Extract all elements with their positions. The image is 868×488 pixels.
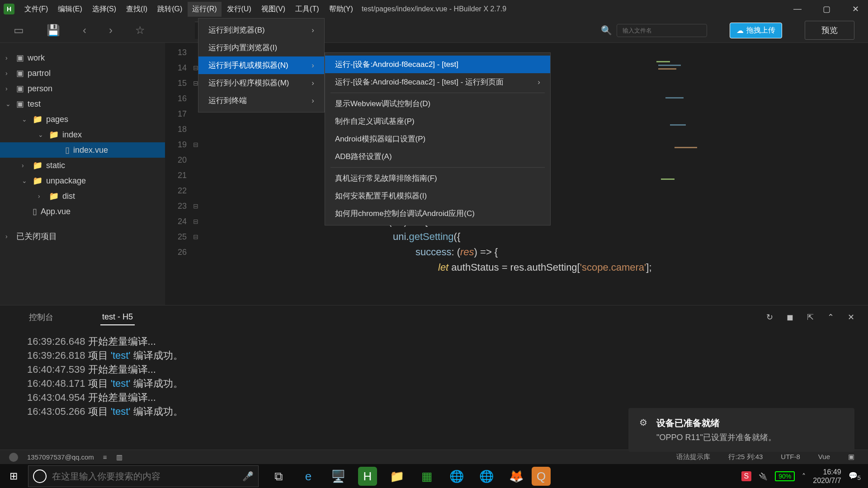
save-icon[interactable]: 💾 [47, 24, 60, 37]
folder-icon[interactable]: 📁 [382, 464, 411, 488]
run-device-submenu: 运行-[设备:Android-f8ecaac2] - [test]运行-[设备:… [325, 52, 551, 225]
minimap[interactable] [652, 43, 711, 305]
collapse-icon[interactable]: ⌃ [827, 312, 834, 322]
menu-7[interactable]: 视图(V) [257, 2, 290, 17]
user-email[interactable]: 1357097537@qq.com [27, 453, 94, 461]
firefox-icon[interactable]: 🦊 [502, 464, 531, 488]
app-icon-orange[interactable]: Q [532, 467, 551, 486]
date-text: 2020/7/7 [813, 476, 841, 485]
menu-2[interactable]: 选择(S) [88, 2, 121, 17]
edge-icon[interactable]: e [294, 464, 323, 488]
dd1-item[interactable]: 运行到内置浏览器(I) [198, 39, 324, 56]
tree-item-partrol[interactable]: ›▣partrol [0, 66, 165, 81]
restart-icon[interactable]: ↻ [766, 312, 773, 322]
windows-taskbar: ⊞ 🎤 ⧉ e 🖥️ H 📁 ▦ 🌐 🌐 🦊 Q S 🔌 90% ˄ 16:49… [0, 464, 868, 488]
new-file-icon[interactable]: ▭ [14, 24, 24, 37]
minimize-button[interactable]: — [788, 4, 807, 14]
device-ready-notification[interactable]: ⚙ 设备已准备就绪 "OPPO R11"已设置并准备就绪。 [628, 408, 854, 452]
dd2-item[interactable]: 运行-[设备:Android-f8ecaac2] - [test] - 运行到页… [325, 73, 550, 91]
tree-item-App.vue[interactable]: ▯App.vue [0, 204, 165, 219]
panel-icon[interactable]: ▥ [116, 453, 123, 461]
dd2-item[interactable]: 运行-[设备:Android-f8ecaac2] - [test] [325, 56, 550, 73]
file-search-input[interactable] [617, 24, 707, 37]
tree-item-pages[interactable]: ⌄📁pages [0, 112, 165, 127]
chrome-icon[interactable]: 🌐 [442, 464, 471, 488]
tree-item-person[interactable]: ›▣person [0, 81, 165, 96]
syntax-hint[interactable]: 语法提示库 [676, 453, 710, 461]
menu-4[interactable]: 跳转(G) [153, 2, 187, 17]
encoding[interactable]: UTF-8 [781, 453, 800, 461]
start-button[interactable]: ⊞ [0, 464, 27, 488]
notification-center-icon[interactable]: 💬5 [849, 471, 861, 481]
menu-9[interactable]: 帮助(Y) [325, 2, 358, 17]
cortana-icon [33, 469, 47, 483]
menu-5[interactable]: 运行(R) [188, 2, 221, 17]
star-icon[interactable]: ☆ [135, 24, 145, 37]
power-icon[interactable]: 🔌 [759, 472, 768, 481]
time-text: 16:49 [813, 468, 841, 476]
tree-item-work[interactable]: ›▣work [0, 50, 165, 66]
terminal-icon[interactable]: ▣ [848, 453, 854, 461]
clock[interactable]: 16:49 2020/7/7 [813, 468, 841, 485]
menu-bar: 文件(F)编辑(E)选择(S)查找(I)跳转(G)运行(R)发行(U)视图(V)… [20, 2, 358, 17]
indent-icon[interactable]: ≡ [103, 453, 107, 461]
upload-button[interactable]: ☁ 拖拽上传 [730, 23, 782, 38]
menu-1[interactable]: 编辑(E) [53, 2, 86, 17]
window-controls: — ▢ ✕ [788, 4, 864, 14]
tree-item-unpackage[interactable]: ⌄📁unpackage [0, 173, 165, 188]
chrome-icon-2[interactable]: 🌐 [472, 464, 501, 488]
run-menu-dropdown: 运行到浏览器(B)›运行到内置浏览器(I)运行到手机或模拟器(N)›运行到小程序… [198, 18, 325, 113]
dd1-item[interactable]: 运行到小程序模拟器(M)› [198, 74, 324, 92]
task-view-icon[interactable]: ⧉ [264, 464, 293, 488]
dd2-item[interactable]: 制作自定义调试基座(P) [325, 113, 550, 130]
project-sidebar: ›▣work›▣partrol›▣person⌄▣test⌄📁pages⌄📁in… [0, 43, 165, 305]
tree-item-dist[interactable]: ›📁dist [0, 188, 165, 204]
battery-indicator[interactable]: 90% [775, 471, 795, 481]
mic-icon[interactable]: 🎤 [242, 471, 254, 482]
back-icon[interactable]: ‹ [83, 24, 86, 37]
taskbar-search-input[interactable] [52, 471, 237, 482]
tree-item-test[interactable]: ⌄▣test [0, 96, 165, 112]
maximize-button[interactable]: ▢ [817, 4, 835, 14]
console-tab-h5[interactable]: test - H5 [100, 310, 135, 325]
dd2-item[interactable]: 显示Webview调试控制台(D) [325, 95, 550, 113]
language-mode[interactable]: Vue [818, 453, 830, 461]
search-icon[interactable]: 🔍 [601, 25, 612, 36]
tree-item-index[interactable]: ⌄📁index [0, 127, 165, 142]
dd2-item[interactable]: 如何用chrome控制台调试Android应用(C) [325, 205, 550, 222]
menu-6[interactable]: 发行(U) [222, 2, 256, 17]
dd1-item[interactable]: 运行到手机或模拟器(N)› [198, 56, 324, 74]
dd2-item[interactable]: ADB路径设置(A) [325, 148, 550, 165]
chevron-up-icon[interactable]: ˄ [802, 472, 806, 481]
menu-3[interactable]: 查找(I) [122, 2, 152, 17]
notification-body: "OPPO R11"已设置并准备就绪。 [656, 432, 776, 443]
menu-0[interactable]: 文件(F) [20, 2, 52, 17]
menu-8[interactable]: 工具(T) [291, 2, 323, 17]
closed-projects[interactable]: ›已关闭项目 [0, 228, 165, 244]
app-icon-green[interactable]: ▦ [412, 464, 441, 488]
explorer-icon[interactable]: 🖥️ [324, 464, 353, 488]
dd2-item[interactable]: 真机运行常见故障排除指南(F) [325, 169, 550, 187]
dd2-item[interactable]: 如何安装配置手机模拟器(I) [325, 187, 550, 205]
dd1-item[interactable]: 运行到终端› [198, 92, 324, 109]
gear-icon: ⚙ [639, 417, 647, 443]
ime-icon[interactable]: S [741, 471, 752, 481]
console-tab-log[interactable]: 控制台 [27, 309, 55, 325]
toolbar: ▭ 💾 ‹ › ☆ index.vue 🔍 ☁ 拖拽上传 预览 [0, 18, 868, 43]
app-icon: H [4, 4, 14, 14]
close-console-icon[interactable]: ✕ [848, 312, 854, 322]
dd2-item[interactable]: Android模拟器端口设置(P) [325, 130, 550, 148]
hbuilder-icon[interactable]: H [358, 467, 377, 486]
taskbar-search[interactable]: 🎤 [28, 465, 259, 487]
export-icon[interactable]: ⇱ [807, 312, 814, 322]
console-tabs: 控制台 test - H5 ↻ ◼ ⇱ ⌃ ✕ [0, 305, 868, 329]
dd1-item[interactable]: 运行到浏览器(B)› [198, 21, 324, 39]
stop-icon[interactable]: ◼ [787, 312, 793, 322]
window-title: test/pages/index/index.vue - HBuilder X … [362, 5, 506, 13]
tree-item-index.vue[interactable]: ▯index.vue [0, 142, 165, 158]
forward-icon[interactable]: › [109, 24, 113, 37]
preview-button[interactable]: 预览 [805, 21, 854, 40]
close-button[interactable]: ✕ [846, 4, 864, 14]
tree-item-static[interactable]: ›📁static [0, 158, 165, 173]
avatar-icon[interactable] [9, 453, 18, 462]
